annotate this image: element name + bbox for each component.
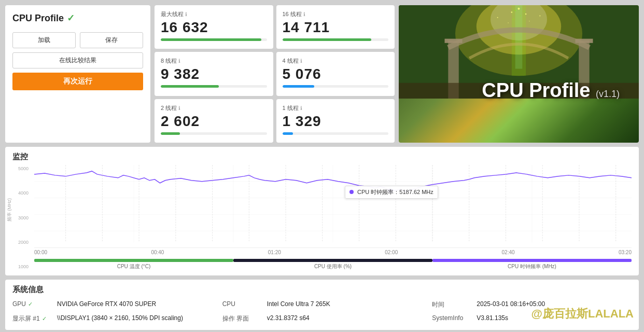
score-value-4: 2 602 xyxy=(161,113,267,130)
sysinfo-val: 2025-03-01 08:16+05:00 xyxy=(477,300,545,308)
score-card-1: 16 线程 ℹ 14 711 xyxy=(276,5,395,49)
score-value-0: 16 632 xyxy=(161,19,267,36)
sysinfo-row-0-2: 时间 2025-03-01 08:16+05:00 xyxy=(432,299,632,311)
run-button[interactable]: 再次运行 xyxy=(12,73,143,90)
score-label-3: 4 线程 ℹ xyxy=(283,57,389,65)
sysinfo-key: 显示屏 #1 ✓ xyxy=(12,314,54,323)
x-label: 02:00 xyxy=(385,250,398,255)
score-label-0: 最大线程 ℹ xyxy=(161,10,267,18)
score-value-3: 5 076 xyxy=(283,66,389,82)
sysinfo-row-0-0: GPU ✓ NVIDIA GeForce RTX 4070 SUPER xyxy=(12,299,212,311)
score-bar-fill-1 xyxy=(283,38,372,41)
check-icon: ✓ xyxy=(67,12,75,24)
sysinfo-val: NVIDIA GeForce RTX 4070 SUPER xyxy=(57,300,156,308)
score-card-5: 1 线程 ℹ 1 329 xyxy=(276,99,395,143)
sysinfo-grid: GPU ✓ NVIDIA GeForce RTX 4070 SUPER CPU … xyxy=(12,299,632,325)
svg-point-17 xyxy=(529,21,529,21)
svg-point-18 xyxy=(515,10,516,11)
score-bar-fill-0 xyxy=(161,38,261,41)
y-label: 4000 xyxy=(12,190,31,196)
compare-button[interactable]: 在线比较结果 xyxy=(12,52,143,68)
x-label: 00:00 xyxy=(34,250,47,255)
info-icon-1[interactable]: ℹ xyxy=(303,11,305,17)
svg-point-14 xyxy=(497,17,498,18)
y-label: 5000 xyxy=(12,166,31,171)
info-icon-4[interactable]: ℹ xyxy=(178,105,180,111)
score-bar-track-2 xyxy=(161,85,267,88)
sysinfo-val: Intel Core Ultra 7 265K xyxy=(267,300,330,308)
score-card-4: 2 线程 ℹ 2 602 xyxy=(155,99,273,143)
x-label: 00:40 xyxy=(151,250,164,255)
score-value-2: 9 382 xyxy=(161,66,267,82)
sysinfo-key: CPU xyxy=(222,300,264,308)
score-label-1: 16 线程 ℹ xyxy=(283,10,389,18)
svg-point-21 xyxy=(524,11,524,12)
chart-legend xyxy=(34,259,632,262)
y-axis-labels: 50004000300020001000 xyxy=(12,165,31,270)
sysinfo-section: 系统信息 GPU ✓ NVIDIA GeForce RTX 4070 SUPER… xyxy=(5,280,639,330)
btn-row: 加载 保存 xyxy=(12,32,143,48)
info-icon-2[interactable]: ℹ xyxy=(178,58,180,64)
load-button[interactable]: 加载 xyxy=(12,32,76,48)
title-text: CPU Profile xyxy=(12,13,64,24)
x-label: 02:40 xyxy=(502,250,515,255)
y-label: 1000 xyxy=(12,264,31,269)
svg-point-16 xyxy=(508,22,508,23)
score-card-3: 4 线程 ℹ 5 076 xyxy=(276,52,395,95)
score-bar-fill-5 xyxy=(283,132,293,135)
x-label: 01:20 xyxy=(268,250,281,255)
legend-bar-1 xyxy=(233,259,432,262)
tooltip-dot-chart xyxy=(388,188,393,193)
legend-bar-0 xyxy=(34,259,233,262)
score-bar-fill-2 xyxy=(161,85,219,88)
sysinfo-row-1-2: SystemInfo V3.81.135s xyxy=(432,313,632,325)
sysinfo-check-icon: ✓ xyxy=(42,315,47,322)
info-icon-3[interactable]: ℹ xyxy=(300,58,302,64)
save-button[interactable]: 保存 xyxy=(80,32,143,48)
score-card-0: 最大线程 ℹ 16 632 xyxy=(155,5,273,49)
x-label: 03:20 xyxy=(619,250,632,255)
info-icon-0[interactable]: ℹ xyxy=(185,11,187,17)
score-bar-fill-4 xyxy=(161,132,180,135)
sysinfo-row-1-1: 操作 界面 v2.31.8372 s64 xyxy=(222,313,422,325)
sysinfo-key: 操作 界面 xyxy=(222,314,264,323)
score-value-5: 1 329 xyxy=(283,113,389,130)
score-label-5: 1 线程 ℹ xyxy=(283,104,389,112)
sysinfo-val: v2.31.8372 s64 xyxy=(267,314,310,322)
score-bar-track-0 xyxy=(161,38,267,41)
legend-labels: CPU 温度 (°C)CPU 使用率 (%)CPU 时钟频率 (MHz) xyxy=(34,263,632,270)
score-bar-track-5 xyxy=(283,132,389,135)
image-panel: CPU Profile (v1.1) xyxy=(399,5,639,143)
sysinfo-check-icon: ✓ xyxy=(28,301,33,308)
svg-point-15 xyxy=(539,15,540,16)
legend-label-0: CPU 温度 (°C) xyxy=(34,263,233,270)
monitor-section: 监控 频率 (MHz) 50004000300020001000 xyxy=(5,147,639,275)
svg-point-20 xyxy=(513,19,514,20)
score-label-2: 8 线程 ℹ xyxy=(161,57,267,65)
score-value-1: 14 711 xyxy=(283,19,389,36)
sysinfo-val: V3.81.135s xyxy=(477,314,508,322)
score-bar-fill-3 xyxy=(283,85,314,88)
score-bar-track-3 xyxy=(283,85,389,88)
y-label: 2000 xyxy=(12,240,31,245)
top-section: CPU Profile ✓ 加载 保存 在线比较结果 再次运行 最大线程 ℹ 1… xyxy=(5,5,639,143)
score-bar-track-4 xyxy=(161,132,267,135)
svg-point-11 xyxy=(511,11,513,13)
sysinfo-key: 时间 xyxy=(432,300,473,309)
y-label: 3000 xyxy=(12,215,31,220)
svg-point-19 xyxy=(520,16,521,16)
x-axis: 00:0000:4001:2002:0002:4003:20 xyxy=(34,248,632,257)
info-icon-5[interactable]: ℹ xyxy=(300,105,302,111)
legend-label-2: CPU 时钟频率 (MHz) xyxy=(432,263,632,270)
sysinfo-row-0-1: CPU Intel Core Ultra 7 265K xyxy=(222,299,422,311)
score-bar-track-1 xyxy=(283,38,389,41)
svg-point-12 xyxy=(517,8,520,10)
sysinfo-val: \\DISPLAY1 (3840 × 2160, 150% DPI scalin… xyxy=(57,314,183,322)
score-label-4: 2 线程 ℹ xyxy=(161,104,267,112)
monitor-title: 监控 xyxy=(12,152,632,162)
sysinfo-title: 系统信息 xyxy=(12,285,632,295)
legend-label-1: CPU 使用率 (%) xyxy=(233,263,432,270)
chart-area: CPU 时钟频率：5187.62 MHz xyxy=(34,165,632,248)
svg-point-13 xyxy=(525,13,527,15)
sysinfo-key: GPU ✓ xyxy=(12,300,54,308)
